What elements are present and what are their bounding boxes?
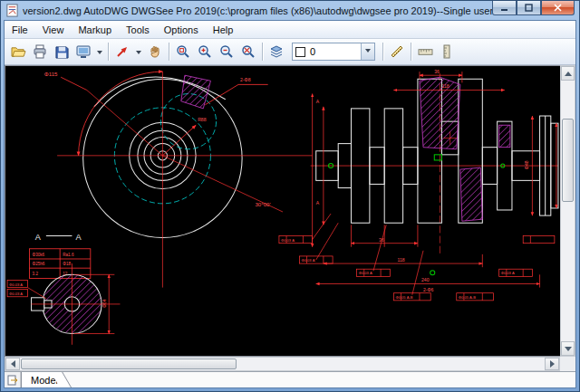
maximize-button[interactable] <box>517 1 541 15</box>
svg-text:118: 118 <box>397 257 404 263</box>
svg-text:2-Φ6: 2-Φ6 <box>423 287 434 292</box>
pan-button[interactable] <box>144 42 166 62</box>
snapshot-button[interactable] <box>72 42 94 62</box>
ruler-horizontal-icon <box>418 45 433 59</box>
measure-distance-icon <box>390 44 404 59</box>
scrollbar-corner <box>560 357 575 371</box>
toolbar-separator <box>262 43 263 61</box>
window-controls <box>492 1 575 15</box>
svg-text:Φ0.03 A: Φ0.03 A <box>501 271 515 275</box>
svg-text:36: 36 <box>379 237 384 243</box>
markup-dropdown-button[interactable] <box>133 42 144 62</box>
toolbar-separator <box>382 43 383 61</box>
close-icon <box>554 4 562 12</box>
layout-tabs-icon <box>7 375 18 386</box>
svg-text:30°00': 30°00' <box>255 201 270 207</box>
zoom-window-icon <box>176 44 190 59</box>
svg-text:Φ0.05 A-B: Φ0.05 A-B <box>395 295 412 300</box>
svg-text:A: A <box>316 99 320 104</box>
drawing-canvas[interactable]: Φ115 R88 2-Φ8 30°00' A A <box>5 65 560 357</box>
svg-text:Φ0.03 A: Φ0.03 A <box>9 282 23 287</box>
measure-distance-button[interactable] <box>386 42 408 62</box>
client-area: File View Markup Tools Options Help <box>4 20 576 388</box>
menu-bar: File View Markup Tools Options Help <box>5 21 575 39</box>
minimize-icon <box>500 4 508 12</box>
arrow-down-icon <box>565 347 572 355</box>
ruler-vertical-icon <box>440 44 454 59</box>
open-button[interactable] <box>7 42 29 62</box>
zoom-in-button[interactable] <box>194 42 216 62</box>
arrow-left-icon <box>7 360 15 368</box>
open-folder-icon <box>11 45 26 59</box>
ruler-vertical-button[interactable] <box>436 42 458 62</box>
maximize-icon <box>525 4 533 12</box>
toolbar-separator <box>169 43 169 61</box>
ruler-horizontal-button[interactable] <box>414 42 436 62</box>
zoom-extents-button[interactable] <box>237 42 259 62</box>
menu-options[interactable]: Options <box>157 22 206 38</box>
layer-color-swatch <box>295 47 305 57</box>
horizontal-scroll-thumb[interactable] <box>21 359 237 369</box>
svg-text:240: 240 <box>421 277 430 282</box>
menu-file[interactable]: File <box>5 22 35 38</box>
print-button[interactable] <box>29 42 51 62</box>
svg-text:Φ25h6: Φ25h6 <box>33 262 45 266</box>
svg-text:Φ48: Φ48 <box>524 160 529 169</box>
menu-markup[interactable]: Markup <box>71 22 119 38</box>
window-title: version2.dwg AutoDWG DWGSee Pro 2019(c:\… <box>23 5 527 16</box>
svg-text:A: A <box>76 233 82 242</box>
svg-text:Φ0.03 A: Φ0.03 A <box>359 271 372 275</box>
scroll-down-button[interactable] <box>561 341 575 356</box>
save-button[interactable] <box>51 42 72 62</box>
zoom-window-button[interactable] <box>172 42 194 62</box>
menu-help[interactable]: Help <box>206 22 241 38</box>
svg-text:118: 118 <box>441 83 449 89</box>
menu-view[interactable]: View <box>35 22 72 38</box>
scroll-left-button[interactable] <box>5 358 20 370</box>
layout-tab-bar: Model <box>5 371 575 387</box>
scroll-right-button[interactable] <box>545 358 559 370</box>
svg-text:Φ30k6: Φ30k6 <box>33 253 45 257</box>
print-icon <box>33 44 47 59</box>
title-bar[interactable]: version2.dwg AutoDWG DWGSee Pro 2019(c:\… <box>4 1 576 20</box>
svg-text:R88: R88 <box>198 117 206 122</box>
layers-icon <box>269 44 284 59</box>
arrow-right-icon <box>550 360 558 368</box>
markup-arrow-button[interactable] <box>111 42 133 62</box>
horizontal-scrollbar-row <box>5 357 575 371</box>
save-icon <box>55 45 69 59</box>
app-icon <box>5 4 19 17</box>
layer-combo[interactable]: 0 <box>292 43 375 61</box>
toolbar: 0 <box>5 39 575 65</box>
svg-text:A: A <box>316 200 320 206</box>
menu-tools[interactable]: Tools <box>119 22 157 38</box>
svg-text:36: 36 <box>434 69 440 74</box>
cad-drawing[interactable]: Φ115 R88 2-Φ8 30°00' A A <box>5 66 560 356</box>
layer-combo-dropdown[interactable] <box>361 43 374 60</box>
pan-hand-icon <box>148 44 162 59</box>
snapshot-dropdown-button[interactable] <box>94 42 105 62</box>
layout-tabs-nav-button[interactable] <box>5 372 21 387</box>
vertical-scroll-thumb[interactable] <box>562 119 574 202</box>
zoom-out-icon <box>219 44 234 59</box>
svg-text:2-Φ8: 2-Φ8 <box>240 77 251 82</box>
zoom-extents-icon <box>241 44 256 59</box>
svg-text:Φ0.03 A: Φ0.03 A <box>9 292 23 296</box>
canvas-row: Φ115 R88 2-Φ8 30°00' A A <box>5 65 575 357</box>
minimize-button[interactable] <box>492 1 517 15</box>
arrow-up-icon <box>565 68 572 76</box>
zoom-in-icon <box>198 44 212 59</box>
horizontal-scrollbar[interactable] <box>5 357 560 371</box>
toolbar-separator <box>411 43 411 61</box>
svg-text:Φ0.05 A-B: Φ0.05 A-B <box>459 295 476 300</box>
zoom-out-button[interactable] <box>216 42 237 62</box>
scroll-up-button[interactable] <box>561 66 575 81</box>
close-button[interactable] <box>541 1 575 15</box>
svg-text:Φ18: Φ18 <box>63 262 71 266</box>
vertical-scrollbar[interactable] <box>560 65 575 357</box>
svg-text:A: A <box>35 233 42 242</box>
layers-button[interactable] <box>266 42 287 62</box>
svg-text:Φ0.03 A: Φ0.03 A <box>281 238 295 243</box>
svg-text:3.2: 3.2 <box>33 272 39 276</box>
chevron-down-icon <box>97 51 102 57</box>
